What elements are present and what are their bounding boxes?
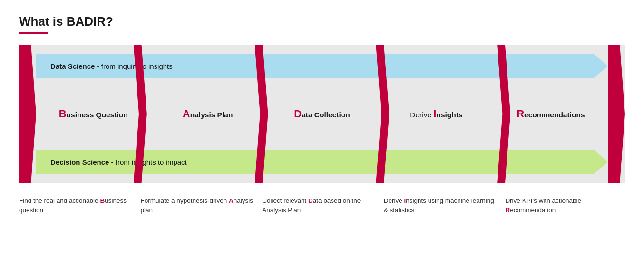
desc-accent-R: R xyxy=(505,207,510,214)
decision-science-bold: Decision Science xyxy=(50,158,109,166)
page-title: What is BADIR? xyxy=(19,14,625,29)
data-science-rest: - from inquiry to insights xyxy=(95,62,172,70)
data-science-bold: Data Science xyxy=(50,62,95,70)
accent-D: D xyxy=(294,108,302,120)
desc-data-collection: Collect relevant Data based on the Analy… xyxy=(260,196,382,216)
label-analysis-plan: Analysis Plan xyxy=(150,108,264,120)
accent-B: B xyxy=(59,108,67,120)
desc-accent-B: B xyxy=(100,197,105,204)
desc-derive-insights: Derive Insights using machine learning &… xyxy=(382,196,504,216)
label-business-question: Business Question xyxy=(36,108,150,120)
descriptions-row: Find the real and actionable Business qu… xyxy=(19,196,625,216)
label-data-collection: Data Collection xyxy=(265,108,379,120)
decision-science-arrow: Decision Science - from insights to impa… xyxy=(36,150,608,174)
section-labels-row: Business Question Analysis Plan Data Col… xyxy=(36,108,608,120)
decision-science-rest: - from insights to impact xyxy=(109,158,186,166)
desc-accent-A: A xyxy=(229,197,234,204)
desc-accent-D: D xyxy=(308,197,313,204)
label-recommendations: Recommendations xyxy=(494,108,608,120)
accent-A: A xyxy=(183,108,190,120)
desc-business-question: Find the real and actionable Business qu… xyxy=(19,196,139,216)
desc-analysis-plan: Formulate a hypothesis-driven Analysis p… xyxy=(139,196,261,216)
label-derive-insights: Derive Insights xyxy=(379,108,493,120)
decision-science-label: Decision Science - from insights to impa… xyxy=(50,158,187,166)
badir-diagram: Data Science - from inquiry to insights … xyxy=(19,45,625,183)
data-science-label: Data Science - from inquiry to insights xyxy=(50,62,173,70)
data-science-arrow: Data Science - from inquiry to insights xyxy=(36,54,608,78)
accent-R: R xyxy=(517,108,524,120)
desc-recommendations: Drive KPI’s with actionable Recommendati… xyxy=(503,196,625,216)
desc-accent-I: I xyxy=(404,197,406,204)
title-underline xyxy=(19,32,48,34)
